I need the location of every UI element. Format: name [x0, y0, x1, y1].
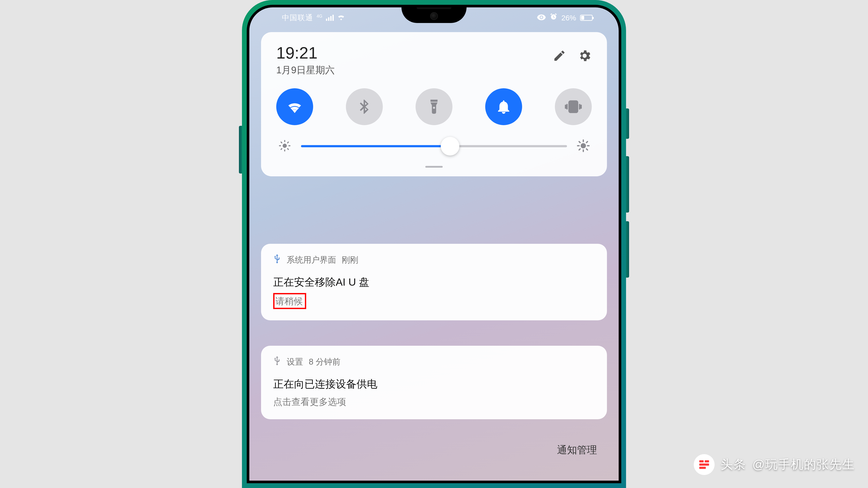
- svg-rect-19: [700, 460, 704, 462]
- bell-tile[interactable]: [485, 88, 522, 125]
- notification-subtitle: 请稍候: [275, 296, 303, 306]
- wifi-tile[interactable]: [276, 88, 313, 125]
- status-bar: 中国联通 4G 26%: [249, 7, 619, 28]
- carrier-label: 中国联通: [282, 13, 313, 23]
- highlight-box: 请稍候: [273, 293, 306, 309]
- power-button: [239, 126, 242, 173]
- usb-icon: [273, 356, 281, 368]
- signal-icon: [326, 15, 334, 21]
- svg-line-6: [281, 142, 282, 143]
- network-label: 4G: [317, 14, 322, 19]
- svg-point-1: [282, 143, 287, 148]
- screen: 中国联通 4G 26%: [249, 7, 619, 481]
- wifi-status-icon: [337, 14, 345, 22]
- svg-rect-20: [705, 460, 709, 462]
- notification-app-label: 设置: [287, 356, 303, 367]
- battery-icon: [580, 15, 593, 21]
- notification-card[interactable]: 设置 8 分钟前 正在向已连接设备供电 点击查看更多选项: [261, 346, 607, 419]
- notification-card[interactable]: 系统用户界面 刚刚 正在安全移除AI U 盘 请稍候: [261, 244, 607, 320]
- svg-line-15: [579, 142, 580, 143]
- notification-manage-link[interactable]: 通知管理: [557, 443, 597, 457]
- volume-down-button: [626, 221, 629, 278]
- notification-title: 正在安全移除AI U 盘: [273, 275, 595, 289]
- pull-handle[interactable]: [425, 166, 443, 168]
- brightness-high-icon: [577, 139, 590, 153]
- usb-icon: [273, 254, 281, 266]
- watermark-label: 头条: [721, 456, 746, 473]
- notification-title: 正在向已连接设备供电: [273, 377, 595, 391]
- svg-line-16: [587, 149, 588, 150]
- side-button: [626, 108, 629, 139]
- brightness-thumb[interactable]: [441, 137, 459, 156]
- volume-up-button: [626, 156, 629, 213]
- bluetooth-tile[interactable]: [346, 88, 383, 125]
- quick-settings-panel: 19:21 1月9日星期六: [261, 32, 607, 176]
- svg-line-17: [579, 149, 580, 150]
- svg-line-18: [587, 142, 588, 143]
- notification-subtitle: 点击查看更多选项: [273, 396, 595, 408]
- svg-line-9: [287, 142, 288, 143]
- svg-point-10: [581, 143, 586, 148]
- svg-rect-0: [570, 102, 577, 112]
- alarm-icon: [550, 13, 557, 23]
- watermark-author: @玩手机的张先生: [752, 456, 855, 473]
- clock-date: 1月9日星期六: [276, 64, 335, 76]
- phone-frame: 中国联通 4G 26%: [242, 0, 626, 488]
- svg-rect-22: [700, 467, 706, 469]
- flashlight-tile[interactable]: [415, 88, 453, 125]
- watermark-logo: [694, 454, 715, 475]
- notification-time-label: 8 分钟前: [309, 356, 340, 367]
- battery-label: 26%: [561, 14, 576, 22]
- brightness-low-icon: [278, 139, 291, 153]
- eye-protect-icon: [537, 14, 546, 22]
- edit-icon[interactable]: [553, 49, 566, 63]
- notification-app-label: 系统用户界面: [287, 254, 336, 265]
- clock-time: 19:21: [276, 45, 335, 61]
- svg-rect-21: [700, 463, 709, 466]
- vibrate-tile[interactable]: [555, 88, 592, 125]
- gear-icon[interactable]: [578, 48, 592, 64]
- svg-line-8: [281, 149, 282, 150]
- watermark: 头条 @玩手机的张先生: [694, 454, 855, 475]
- brightness-slider[interactable]: [301, 145, 567, 147]
- notification-time-label: 刚刚: [342, 254, 358, 265]
- svg-line-7: [287, 149, 288, 150]
